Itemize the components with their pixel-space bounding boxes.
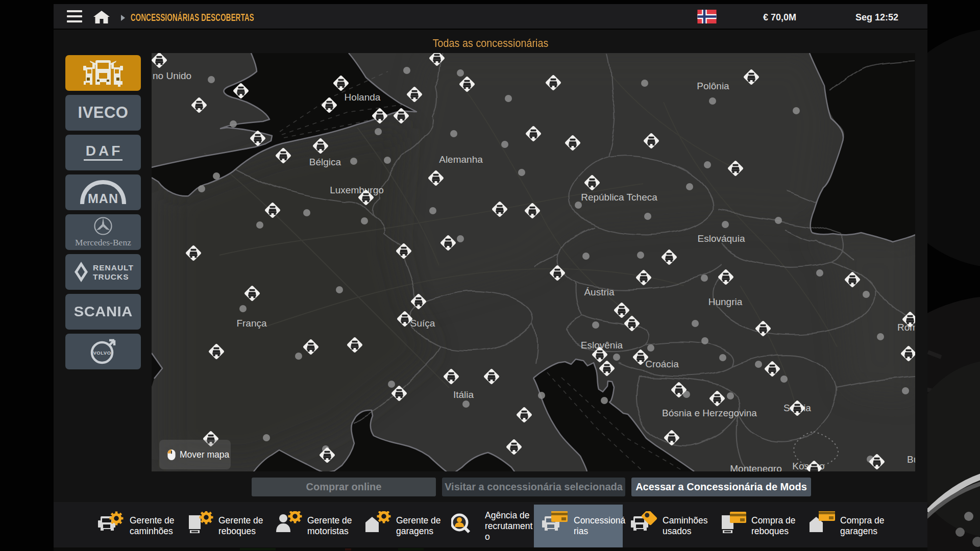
svg-text:TRUCKS: TRUCKS <box>93 272 129 281</box>
svg-text:Montenegro: Montenegro <box>730 463 781 471</box>
svg-text:Bu: Bu <box>907 454 915 465</box>
svg-text:no Unido: no Unido <box>153 70 191 81</box>
svg-text:República Tcheca: República Tcheca <box>581 192 657 203</box>
svg-text:RENAULT: RENAULT <box>93 263 134 272</box>
svg-text:Polônia: Polônia <box>697 81 729 91</box>
svg-text:Eslováquia: Eslováquia <box>698 233 745 244</box>
svg-text:Croácia: Croácia <box>645 359 679 369</box>
svg-text:Luxemburgo: Luxemburgo <box>330 185 384 195</box>
svg-text:Itália: Itália <box>453 389 474 400</box>
svg-text:Bélgica: Bélgica <box>309 157 341 167</box>
svg-text:Holanda: Holanda <box>345 92 381 103</box>
svg-text:Áustria: Áustria <box>584 287 615 297</box>
svg-text:França: França <box>236 318 267 329</box>
svg-text:VOLVO: VOLVO <box>93 350 111 356</box>
svg-text:MAN: MAN <box>88 191 118 206</box>
svg-text:Alemanha: Alemanha <box>439 154 483 165</box>
svg-text:Bósnia e Herzegovina: Bósnia e Herzegovina <box>662 408 757 418</box>
svg-text:Suíça: Suíça <box>410 318 435 329</box>
svg-text:Mercedes-Benz: Mercedes-Benz <box>75 237 131 247</box>
svg-text:Hungria: Hungria <box>708 296 743 307</box>
